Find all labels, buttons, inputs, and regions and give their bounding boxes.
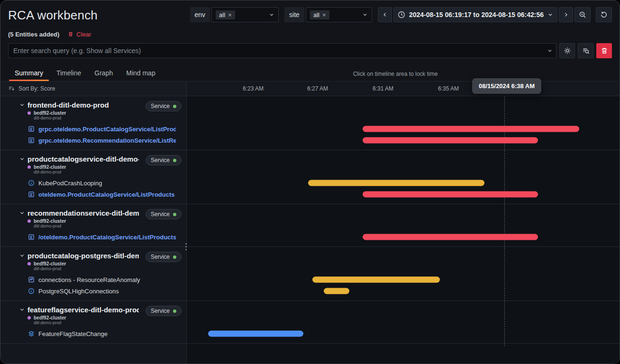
- timeline-event-bar[interactable]: [312, 277, 440, 283]
- chevron-down-icon: [19, 307, 25, 312]
- search-row: [8, 43, 612, 58]
- tab-summary[interactable]: Summary: [8, 65, 50, 81]
- chevron-down-icon[interactable]: [547, 48, 553, 54]
- query-inspector-button[interactable]: [578, 43, 593, 58]
- timeline-row: [187, 231, 620, 243]
- rca-workbench-window: RCA workbench env all × site: [0, 0, 620, 364]
- remove-chip-icon[interactable]: ×: [322, 12, 326, 18]
- cluster-name: bedf92-cluster: [34, 110, 66, 116]
- info-icon: [28, 180, 35, 186]
- alert-item-label[interactable]: grpc.oteldemo.RecommendationService/List…: [38, 137, 176, 144]
- sort-by-label: Sort By: Score: [18, 85, 55, 92]
- entity-group-timeline[interactable]: [187, 301, 620, 343]
- namespace-name: ditl-demo-prod: [34, 320, 66, 325]
- entity-group-timeline[interactable]: [187, 150, 620, 204]
- namespace-name: ditl-demo-prod: [34, 116, 66, 120]
- cluster-dot: [27, 165, 31, 169]
- env-filter-chip[interactable]: all ×: [216, 10, 235, 19]
- alert-item[interactable]: oteldemo.ProductCatalogService/ListProdu…: [19, 189, 182, 200]
- chevron-down-icon: [362, 12, 368, 18]
- alert-item[interactable]: grpc.oteldemo.RecommendationService/List…: [19, 135, 182, 146]
- alert-item-label[interactable]: grpc.oteldemo.ProductCatalogService/List…: [38, 126, 176, 133]
- tab-mind-map[interactable]: Mind map: [119, 65, 162, 81]
- gear-icon: [564, 47, 571, 55]
- sort-control[interactable]: Sort By: Score: [0, 82, 187, 96]
- timeline-row: [187, 328, 620, 339]
- timeline-event-bar[interactable]: [363, 137, 538, 144]
- timeline-event-bar[interactable]: [363, 234, 538, 240]
- alert-item-label[interactable]: /oteldemo.ProductCatalogService/ListProd…: [38, 234, 176, 241]
- entity-group-left: featureflagservice-ditl-demo-prod bedf92…: [0, 301, 187, 343]
- entity-group-timeline[interactable]: [187, 204, 620, 246]
- timeline-event-bar[interactable]: [363, 191, 538, 198]
- time-axis[interactable]: 6:23 AM6:27 AM6:31 AM6:35 AM: [187, 82, 620, 96]
- alert-item[interactable]: FeatureFlagStateChange: [19, 328, 182, 339]
- env-filter-select[interactable]: all ×: [211, 7, 279, 22]
- chevron-down-icon: [19, 210, 25, 216]
- time-back-button[interactable]: [378, 7, 392, 22]
- health-dot: [173, 159, 176, 162]
- site-filter-value: all: [313, 11, 319, 18]
- entity-group-left: frontend-ditl-demo-prod bedf92-cluster d…: [0, 96, 187, 150]
- alert-item-label[interactable]: connections - ResourceRateAnomaly: [38, 276, 140, 283]
- entity-name[interactable]: frontend-ditl-demo-prod: [27, 101, 109, 109]
- cluster-name: bedf92-cluster: [34, 315, 66, 320]
- entity-name[interactable]: featureflagservice-ditl-demo-prod: [27, 306, 139, 314]
- entity-name[interactable]: productcatalog-postgres-ditl-dem...: [27, 252, 139, 260]
- time-forward-button[interactable]: [559, 7, 573, 22]
- alert-item-label[interactable]: KubePodCrashLooping: [38, 180, 102, 187]
- axis-tick: 6:27 AM: [307, 85, 328, 92]
- zoom-out-button[interactable]: [574, 7, 591, 22]
- cluster-name: bedf92-cluster: [34, 218, 66, 224]
- timeline-row: [187, 285, 620, 297]
- panel-resize-handle[interactable]: [183, 241, 189, 253]
- zoom-out-icon: [579, 11, 586, 18]
- alert-item-label[interactable]: PostgreSQLHighConnections: [38, 288, 119, 295]
- entity-group: productcatalog-postgres-ditl-dem... bedf…: [0, 247, 620, 301]
- alert-item-label[interactable]: oteldemo.ProductCatalogService/ListProdu…: [38, 191, 176, 198]
- timeline-event-bar[interactable]: [324, 288, 349, 294]
- trash-icon: [68, 31, 73, 37]
- env-filter-label: env: [190, 7, 210, 22]
- chevron-down-icon: [19, 102, 25, 108]
- entity-group-timeline[interactable]: [187, 247, 620, 300]
- entity-name[interactable]: recommendationservice-ditl-dem...: [27, 209, 139, 217]
- alert-item-label[interactable]: FeatureFlagStateChange: [38, 330, 108, 337]
- refresh-button[interactable]: [596, 7, 612, 22]
- tab-timeline[interactable]: Timeline: [50, 65, 88, 81]
- time-range-button[interactable]: 2024-08-15 06:19:17 to 2024-08-15 06:42:…: [393, 7, 557, 22]
- timeline-event-bar[interactable]: [208, 331, 303, 337]
- alert-item[interactable]: PostgreSQLHighConnections: [19, 285, 182, 297]
- site-filter-chip[interactable]: all ×: [310, 10, 329, 19]
- settings-button[interactable]: [559, 43, 575, 58]
- site-filter-select[interactable]: all ×: [306, 7, 372, 22]
- alert-item[interactable]: grpc.oteldemo.ProductCatalogService/List…: [19, 123, 182, 135]
- clear-button[interactable]: Clear: [68, 31, 91, 38]
- trace-icon: [28, 234, 35, 240]
- entity-type-label: Service: [151, 103, 170, 109]
- alert-item[interactable]: connections - ResourceRateAnomaly: [19, 274, 182, 285]
- search-input[interactable]: [8, 43, 556, 58]
- timeline-event-bar[interactable]: [308, 180, 484, 186]
- entity-type-label: Service: [151, 211, 170, 218]
- entity-group-timeline[interactable]: [187, 96, 620, 150]
- alert-item[interactable]: KubePodCrashLooping: [19, 177, 182, 189]
- cluster-name: bedf92-cluster: [34, 261, 66, 266]
- entity-name[interactable]: productcatalogservice-ditl-demo-...: [27, 155, 139, 163]
- chevron-right-icon: [563, 12, 569, 18]
- site-filter: site all ×: [284, 7, 372, 22]
- entity-group-left: productcatalogservice-ditl-demo-... bedf…: [0, 150, 187, 204]
- refresh-icon: [600, 11, 608, 18]
- namespace-name: ditl-demo-prod: [34, 266, 66, 271]
- locked-time-tooltip: 08/15/2024 6:38 AM: [472, 78, 541, 94]
- tab-graph[interactable]: Graph: [88, 65, 119, 81]
- clock-icon: [398, 11, 405, 18]
- timeline-event-bar[interactable]: [363, 126, 579, 132]
- chevron-down-icon: [547, 12, 553, 18]
- delete-button[interactable]: [596, 43, 612, 58]
- remove-chip-icon[interactable]: ×: [228, 12, 232, 18]
- header-controls: env all × site all ×: [190, 7, 612, 22]
- cluster-name: bedf92-cluster: [34, 164, 66, 170]
- time-toolbar: 2024-08-15 06:19:17 to 2024-08-15 06:42:…: [378, 7, 612, 22]
- alert-item[interactable]: /oteldemo.ProductCatalogService/ListProd…: [19, 231, 182, 243]
